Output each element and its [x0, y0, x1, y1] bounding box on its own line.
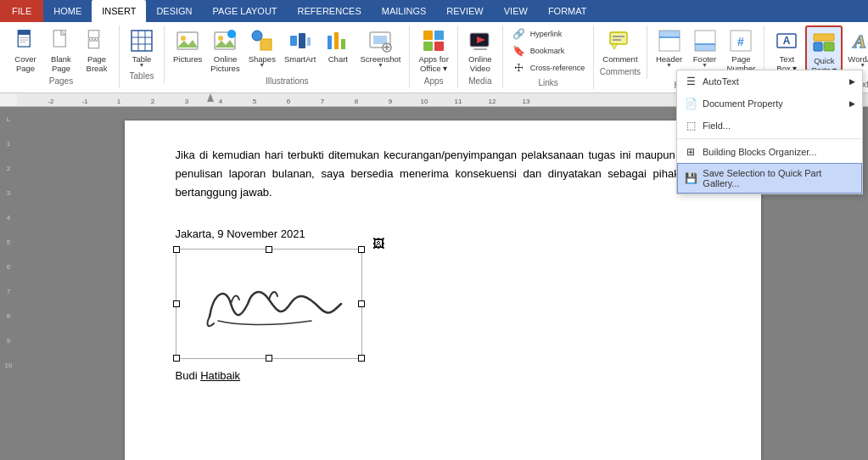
wordart-button[interactable]: AA WordArt ▼ [844, 25, 868, 70]
header-icon [656, 27, 683, 54]
screenshot-button[interactable]: ✚ Screenshot ▼ [356, 25, 404, 70]
textbox-button[interactable]: A TextBox ▾ [770, 25, 804, 75]
tab-file[interactable]: FILE [0, 0, 43, 22]
tab-home[interactable]: HOME [43, 0, 92, 22]
tab-page-layout[interactable]: PAGE LAYOUT [203, 0, 288, 22]
apps-for-office-label: Apps forOffice ▾ [418, 54, 448, 73]
resize-handle-tm[interactable] [266, 246, 272, 253]
document-property-menu-item[interactable]: 📄 Document Property ▶ [677, 93, 862, 115]
svg-text:11: 11 [455, 98, 462, 105]
online-video-button[interactable]: OnlineVideo [463, 25, 497, 75]
apps-for-office-icon [420, 27, 447, 54]
tab-view[interactable]: VIEW [494, 0, 538, 22]
chart-button[interactable]: Chart [321, 25, 355, 65]
apps-group-label: Apps [415, 75, 451, 88]
tab-review[interactable]: REVIEW [436, 0, 493, 22]
signature-box[interactable] [176, 249, 362, 359]
tables-group-label: Tables [125, 70, 159, 83]
resize-handle-br[interactable] [358, 355, 365, 362]
svg-text:12: 12 [489, 98, 496, 105]
svg-point-16 [181, 36, 186, 41]
save-selection-label: Save Selection to Quick Part Gallery... [703, 168, 854, 188]
svg-rect-37 [434, 42, 444, 51]
resize-handle-tl[interactable] [173, 246, 180, 253]
svg-rect-7 [88, 31, 98, 38]
media-group-label: Media [463, 75, 497, 88]
svg-text:8: 8 [355, 98, 359, 105]
svg-text:🌐: 🌐 [228, 31, 236, 38]
tab-format[interactable]: FORMAT [538, 0, 597, 22]
building-blocks-label: Building Blocks Organizer... [703, 147, 817, 157]
table-button[interactable]: Table ▼ [125, 25, 159, 70]
hyperlink-button[interactable]: 🔗 Hyperlink [508, 25, 589, 42]
ribbon-group-media: OnlineVideo Media [458, 25, 503, 88]
ribbon-group-apps: Apps forOffice ▾ Apps [410, 25, 457, 88]
pictures-icon [174, 27, 201, 54]
svg-text:5: 5 [253, 98, 257, 105]
save-selection-menu-item[interactable]: 💾 Save Selection to Quick Part Gallery..… [677, 163, 862, 194]
footer-button[interactable]: Footer ▼ [688, 25, 722, 70]
tab-mailings[interactable]: MAILINGS [372, 0, 437, 22]
svg-point-18 [218, 36, 223, 41]
svg-rect-27 [328, 36, 332, 49]
svg-rect-49 [695, 44, 715, 51]
svg-rect-26 [307, 37, 311, 46]
building-blocks-menu-item[interactable]: ⊞ Building Blocks Organizer... [677, 141, 862, 163]
svg-rect-35 [434, 31, 444, 40]
cross-reference-button[interactable]: ☩ Cross-reference [508, 59, 589, 76]
wordart-icon: AA [849, 27, 868, 54]
document-property-label: Document Property [703, 98, 783, 109]
shapes-button[interactable]: Shapes ▼ [245, 25, 279, 70]
svg-rect-46 [659, 31, 680, 37]
apps-for-office-button[interactable]: Apps forOffice ▾ [415, 25, 451, 75]
autotext-menu-item[interactable]: ☰ AutoText ▶ [677, 70, 862, 93]
links-vert: 🔗 Hyperlink 🔖 Bookmark ☩ Cross-reference [508, 25, 589, 76]
svg-text:A: A [852, 31, 866, 52]
resize-handle-bl[interactable] [173, 355, 180, 362]
online-pictures-button[interactable]: 🌐 OnlinePictures [207, 25, 243, 75]
smartart-button[interactable]: SmartArt [281, 25, 319, 65]
resize-handle-tr[interactable] [358, 246, 365, 253]
blank-page-button[interactable]: BlankPage [44, 25, 78, 75]
svg-text:A: A [783, 35, 791, 47]
resize-handle-mr[interactable] [358, 300, 365, 307]
pages-items: CoverPage BlankPage PageBreak [8, 25, 114, 75]
cover-page-button[interactable]: CoverPage [8, 25, 42, 75]
field-label: Field... [703, 121, 731, 131]
media-items: OnlineVideo [463, 25, 497, 75]
tab-references[interactable]: REFERENCES [288, 0, 372, 22]
margin-2: 1 [7, 140, 10, 148]
resize-handle-ml[interactable] [173, 300, 180, 307]
shapes-dropdown-arrow: ▼ [259, 62, 265, 68]
resize-handle-bm[interactable] [266, 355, 272, 362]
field-menu-item[interactable]: ⬚ Field... [677, 115, 862, 137]
smartart-label: SmartArt [284, 54, 316, 64]
tab-insert[interactable]: INSERT [92, 0, 146, 22]
bookmark-button[interactable]: 🔖 Bookmark [508, 42, 589, 59]
ribbon-group-comments: Comment Comments [594, 25, 647, 79]
margin-6: 5 [7, 238, 10, 246]
image-resize-icon[interactable]: 🖼 [372, 237, 384, 250]
tab-design[interactable]: DESIGN [146, 0, 202, 22]
svg-rect-9 [88, 41, 98, 48]
pictures-button[interactable]: Pictures [170, 25, 205, 65]
table-dropdown-arrow: ▼ [139, 62, 145, 68]
illustrations-items: Pictures 🌐 OnlinePictures Shapes ▼ [170, 25, 404, 75]
svg-text:1: 1 [117, 98, 121, 105]
page-break-button[interactable]: PageBreak [80, 25, 114, 75]
header-button[interactable]: Header ▼ [652, 25, 686, 70]
tab-bar: FILE HOME INSERT DESIGN PAGE LAYOUT REFE… [0, 0, 868, 22]
comment-button[interactable]: Comment [599, 25, 641, 65]
document-property-icon: 📄 [684, 97, 697, 110]
ribbon-group-illustrations: Pictures 🌐 OnlinePictures Shapes ▼ [165, 25, 410, 88]
svg-rect-24 [290, 36, 297, 46]
table-icon [128, 27, 155, 54]
header-dropdown-arrow: ▼ [666, 62, 672, 68]
svg-text:✚: ✚ [384, 43, 390, 52]
online-video-icon [467, 27, 494, 54]
svg-text:-1: -1 [81, 98, 88, 105]
margin-10: 9 [7, 337, 10, 345]
svg-marker-42 [612, 44, 617, 49]
svg-text:7: 7 [321, 98, 325, 105]
svg-rect-36 [423, 42, 433, 51]
